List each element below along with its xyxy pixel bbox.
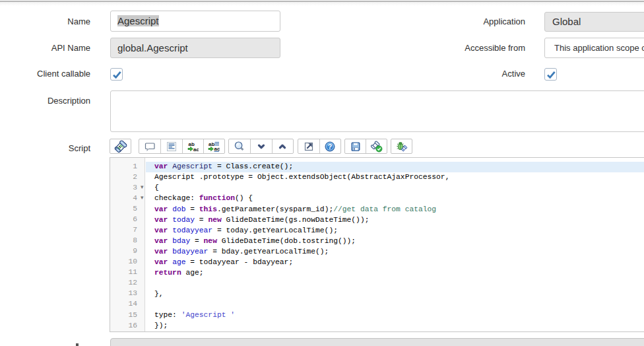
svg-text:ac: ac [193,146,199,152]
svg-text:?: ? [328,142,332,150]
svg-text:ac: ac [214,146,220,152]
